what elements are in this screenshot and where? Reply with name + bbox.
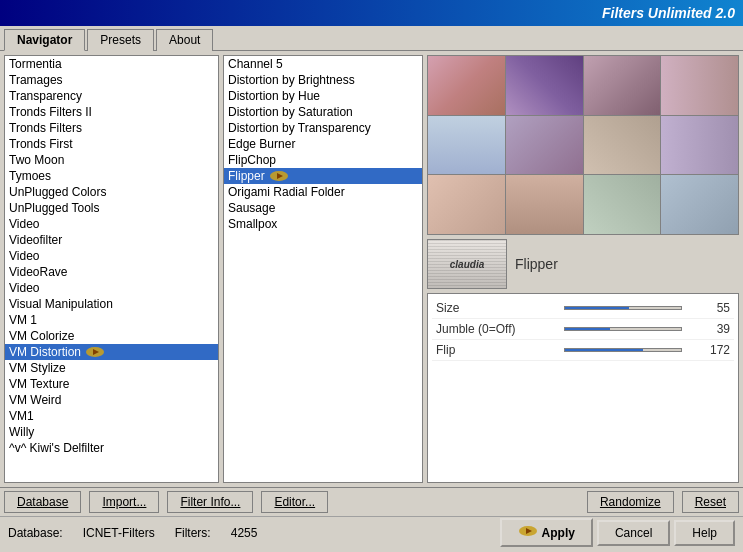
list-item[interactable]: UnPlugged Colors [5,184,218,200]
preview-thumbnail: claudia [427,239,507,289]
right-panel: claudia Flipper Size 55 Jumble (0=Off) 3… [427,55,739,483]
preview-cell [661,175,738,234]
tab-presets[interactable]: Presets [87,29,154,51]
preview-cell [584,56,661,115]
list-item[interactable]: VM Colorize [5,328,218,344]
arrow-icon [269,169,289,183]
filters-label: Filters: [175,526,211,540]
preview-cell [584,175,661,234]
filter-name-display: Flipper [515,256,558,272]
list-item[interactable]: Tronds Filters II [5,104,218,120]
param-value-jumble: 39 [690,322,730,336]
param-label-jumble: Jumble (0=Off) [436,322,556,336]
editor-button[interactable]: Editor... [261,491,328,513]
tab-about[interactable]: About [156,29,213,51]
param-value-flip: 172 [690,343,730,357]
list-item[interactable]: VM Stylize [5,360,218,376]
list-item[interactable]: Visual Manipulation [5,296,218,312]
param-label-size: Size [436,301,556,315]
list-item[interactable]: ^v^ Kiwi's Delfilter [5,440,218,456]
list-item[interactable]: Tormentia [5,56,218,72]
apply-arrow-icon [518,524,538,541]
filter-item[interactable]: Smallpox [224,216,422,232]
list-item[interactable]: Video [5,248,218,264]
list-item[interactable]: Tramages [5,72,218,88]
param-value-size: 55 [690,301,730,315]
filter-list[interactable]: Channel 5 Distortion by Brightness Disto… [223,55,423,483]
list-item[interactable]: Tronds Filters [5,120,218,136]
database-label: Database: [8,526,63,540]
preview-grid [427,55,739,235]
list-item-label: VM Distortion [9,345,81,359]
list-item[interactable]: Video [5,216,218,232]
cancel-button[interactable]: Cancel [597,520,670,546]
preview-cell [428,175,505,234]
category-list[interactable]: Tormentia Tramages Transparency Tronds F… [4,55,219,483]
preview-cell [506,56,583,115]
tab-bar: Navigator Presets About [0,26,743,51]
title-bar: Filters Unlimited 2.0 [0,0,743,26]
middle-panel: Channel 5 Distortion by Brightness Disto… [223,55,423,483]
filter-item[interactable]: Distortion by Transparency [224,120,422,136]
param-row-size: Size 55 [432,298,734,319]
list-item[interactable]: VM 1 [5,312,218,328]
preview-cell [661,56,738,115]
list-item[interactable]: VM1 [5,408,218,424]
preview-cell [506,175,583,234]
status-bar: Database: ICNET-Filters Filters: 4255 Ap… [0,516,743,548]
list-item[interactable]: Two Moon [5,152,218,168]
database-value: ICNET-Filters [83,526,155,540]
filter-item[interactable]: Sausage [224,200,422,216]
params-panel: Size 55 Jumble (0=Off) 39 Flip 172 [427,293,739,483]
param-slider-flip[interactable] [564,348,682,352]
filter-item[interactable]: Origami Radial Folder [224,184,422,200]
apply-button[interactable]: Apply [500,518,593,547]
filter-item-label: Flipper [228,169,265,183]
main-content: Tormentia Tramages Transparency Tronds F… [0,51,743,487]
list-item[interactable]: VideoRave [5,264,218,280]
import-button[interactable]: Import... [89,491,159,513]
arrow-icon [85,345,105,359]
list-item[interactable]: Video [5,280,218,296]
param-row-jumble: Jumble (0=Off) 39 [432,319,734,340]
reset-button[interactable]: Reset [682,491,739,513]
database-button[interactable]: Database [4,491,81,513]
param-row-flip: Flip 172 [432,340,734,361]
preview-thumb-text: claudia [450,259,484,270]
filter-item-selected[interactable]: Flipper [224,168,422,184]
preview-info: claudia Flipper [427,239,739,289]
preview-cell [428,56,505,115]
filter-info-button[interactable]: Filter Info... [167,491,253,513]
list-item-selected[interactable]: VM Distortion [5,344,218,360]
list-item[interactable]: Videofilter [5,232,218,248]
param-slider-size[interactable] [564,306,682,310]
filter-item[interactable]: FlipChop [224,152,422,168]
tab-navigator[interactable]: Navigator [4,29,85,51]
bottom-toolbar: Database Import... Filter Info... Editor… [0,487,743,516]
filter-item[interactable]: Channel 5 [224,56,422,72]
preview-cell [584,116,661,175]
filters-value: 4255 [231,526,258,540]
list-item[interactable]: Tymoes [5,168,218,184]
filter-item[interactable]: Distortion by Brightness [224,72,422,88]
action-buttons: Apply Cancel Help [500,518,735,547]
preview-cell [661,116,738,175]
list-item[interactable]: VM Weird [5,392,218,408]
filter-item[interactable]: Distortion by Saturation [224,104,422,120]
filter-item[interactable]: Distortion by Hue [224,88,422,104]
preview-cell [428,116,505,175]
apply-label: Apply [542,526,575,540]
randomize-button[interactable]: Randomize [587,491,674,513]
list-item[interactable]: UnPlugged Tools [5,200,218,216]
filter-item[interactable]: Edge Burner [224,136,422,152]
help-button[interactable]: Help [674,520,735,546]
param-label-flip: Flip [436,343,556,357]
list-item[interactable]: Transparency [5,88,218,104]
list-item[interactable]: Tronds First [5,136,218,152]
list-item[interactable]: VM Texture [5,376,218,392]
list-item[interactable]: Willy [5,424,218,440]
param-slider-jumble[interactable] [564,327,682,331]
preview-cell [506,116,583,175]
title-text: Filters Unlimited 2.0 [602,5,735,21]
